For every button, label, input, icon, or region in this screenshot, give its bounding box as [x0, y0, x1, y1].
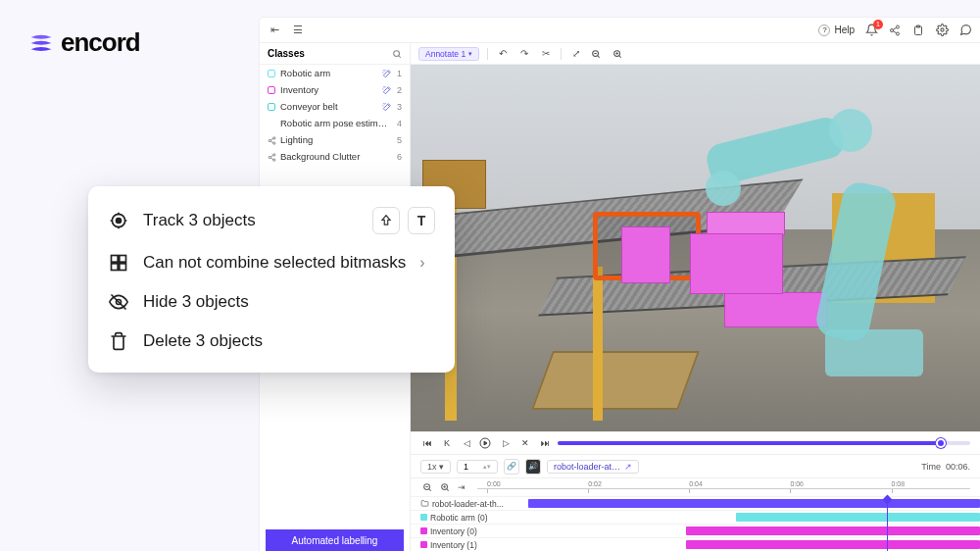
class-row[interactable]: Inventory2 — [260, 81, 410, 98]
undo-icon[interactable]: ↶ — [496, 48, 510, 59]
class-number: 6 — [397, 152, 402, 162]
class-number: 1 — [397, 69, 402, 78]
svg-point-0 — [897, 25, 900, 28]
timeline-zoom-in-icon[interactable] — [438, 482, 452, 492]
skip-start-icon[interactable]: ⏮ — [420, 438, 434, 448]
cut-icon[interactable]: ✂ — [539, 48, 553, 59]
sidebar-collapse-icon[interactable]: ⇤ — [268, 24, 281, 37]
caret-down-icon: ▾ — [468, 50, 472, 58]
class-label: Background Clutter — [280, 151, 392, 162]
annotation-inventory[interactable] — [690, 233, 783, 294]
settings-icon[interactable] — [935, 24, 949, 37]
zoom-in-icon[interactable] — [612, 49, 626, 59]
topbar: ⇤ ☰ ? Help 1 — [260, 18, 980, 43]
svg-point-11 — [273, 159, 275, 161]
wand-icon[interactable] — [382, 102, 392, 112]
expand-icon[interactable]: ⤢ — [569, 48, 583, 59]
audio-button[interactable]: 🔊 — [525, 459, 541, 475]
speed-selector[interactable]: 1x ▾ — [420, 460, 451, 474]
svg-point-9 — [273, 153, 275, 155]
class-label: Robotic arm — [280, 68, 377, 78]
annotation-inventory[interactable] — [724, 292, 827, 327]
canvas-toolbar: Annotate 1 ▾ ↶ ↷ ✂ ⤢ — [411, 43, 980, 65]
svg-point-1 — [891, 28, 894, 31]
automated-labelling-button[interactable]: Automated labelling — [266, 529, 404, 551]
classes-search-icon[interactable] — [392, 49, 402, 59]
eye-off-icon — [108, 291, 129, 313]
ruler-tick: 0:04 — [689, 480, 703, 487]
svg-point-8 — [273, 142, 275, 144]
share-icon — [268, 153, 275, 161]
help-button[interactable]: ? Help — [818, 25, 855, 36]
svg-rect-21 — [120, 256, 126, 263]
timeline-row[interactable]: robot-loader-at-th... — [411, 496, 980, 510]
class-row[interactable]: Background Clutter6 — [260, 148, 410, 165]
track-label: Robotic arm (0) — [430, 513, 488, 523]
track-objects-item[interactable]: Track 3 objects T — [104, 198, 439, 243]
class-number: 2 — [397, 85, 402, 95]
class-row[interactable]: Robotic arm pose estimation4 — [260, 115, 410, 131]
class-number: 3 — [397, 102, 402, 112]
delete-objects-item[interactable]: Delete 3 objects — [104, 322, 439, 361]
svg-point-5 — [394, 50, 400, 56]
viewport[interactable] — [411, 65, 980, 431]
prev-frame-icon[interactable]: ◁ — [460, 438, 473, 448]
brand-mark-icon — [27, 29, 55, 57]
frame-input[interactable]: 1▴▾ — [457, 460, 498, 474]
annotate-dropdown[interactable]: Annotate 1 ▾ — [418, 47, 479, 61]
class-swatch — [268, 70, 275, 77]
track-bar[interactable] — [736, 513, 980, 522]
class-number: 4 — [397, 119, 402, 128]
redo-icon[interactable]: ↷ — [517, 48, 531, 59]
classes-title: Classes — [268, 48, 305, 59]
timeline-row[interactable]: Inventory (0) — [411, 524, 980, 537]
comments-icon[interactable] — [958, 24, 972, 37]
skip-end-icon[interactable]: ⏭ — [538, 438, 552, 448]
ruler-tick: 0:00 — [487, 480, 501, 487]
hide-objects-item[interactable]: Hide 3 objects — [104, 282, 439, 322]
shift-icon[interactable] — [372, 207, 400, 234]
timeline-zoom-out-icon[interactable] — [420, 482, 434, 492]
svg-rect-22 — [112, 264, 119, 271]
next-frame-icon[interactable]: ▷ — [499, 438, 513, 448]
prev-keyframe-icon[interactable]: K — [440, 438, 454, 448]
track-bar[interactable] — [686, 526, 980, 535]
help-label: Help — [834, 25, 855, 35]
timeline-row[interactable]: Robotic arm (0) — [411, 510, 980, 524]
annotation-inventory[interactable] — [621, 226, 670, 283]
class-row[interactable]: Conveyor belt3 — [260, 98, 410, 115]
track-bar[interactable] — [686, 540, 980, 549]
wand-icon[interactable] — [382, 85, 392, 95]
svg-rect-20 — [112, 256, 119, 263]
svg-point-10 — [269, 156, 270, 158]
track-swatch — [420, 514, 427, 521]
close-icon[interactable]: ✕ — [518, 438, 532, 448]
track-label: Track 3 objects — [143, 211, 256, 230]
svg-point-6 — [273, 136, 275, 138]
combine-bitmasks-item[interactable]: Can not combine selected bitmasks › — [104, 243, 439, 282]
class-row[interactable]: Robotic arm1 — [260, 65, 410, 81]
wand-icon[interactable] — [382, 69, 392, 78]
file-selector[interactable]: robot-loader-at… ↗ — [547, 460, 639, 474]
t-key-icon[interactable]: T — [408, 207, 435, 234]
class-label: Robotic arm pose estimation — [280, 118, 392, 128]
play-icon[interactable] — [479, 437, 493, 449]
timeline-row[interactable]: Inventory (1) — [411, 537, 980, 551]
clipboard-icon[interactable] — [911, 24, 925, 37]
combine-icon — [108, 252, 129, 274]
menu-icon[interactable]: ☰ — [291, 24, 305, 37]
timeline-expand-icon[interactable]: ⇥ — [456, 482, 467, 492]
combine-label: Can not combine selected bitmasks — [143, 253, 406, 273]
link-button[interactable]: 🔗 — [504, 459, 519, 475]
track-label: robot-loader-at-th... — [432, 499, 504, 509]
track-swatch — [420, 541, 427, 548]
notifications-button[interactable]: 1 — [864, 24, 878, 37]
svg-point-2 — [897, 32, 900, 35]
zoom-out-icon[interactable] — [591, 49, 605, 59]
ruler-tick: 0:06 — [790, 480, 804, 487]
track-bar[interactable] — [528, 499, 980, 508]
hide-label: Hide 3 objects — [143, 292, 249, 312]
progress-slider[interactable] — [558, 441, 970, 445]
class-row[interactable]: Lighting5 — [260, 131, 410, 148]
share-icon[interactable] — [888, 24, 902, 37]
